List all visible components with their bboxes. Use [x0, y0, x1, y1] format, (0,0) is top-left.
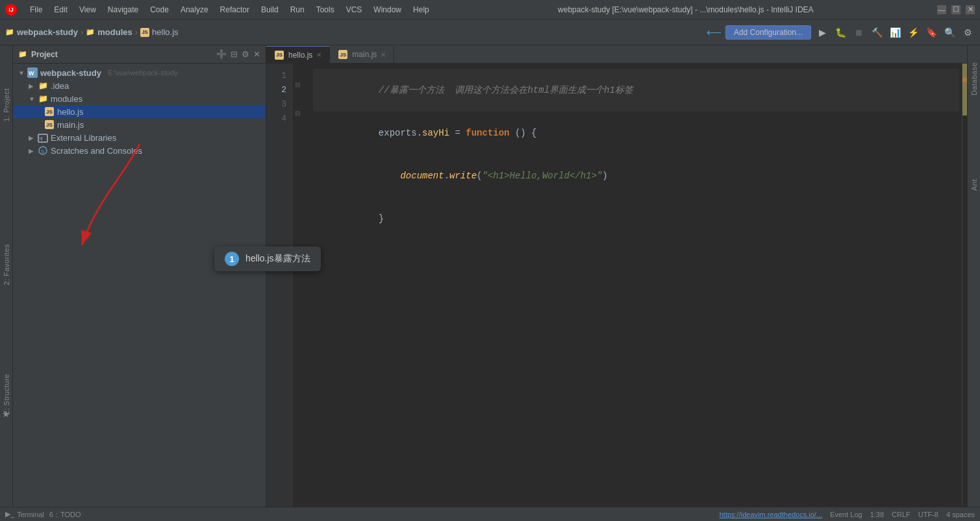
event-log-label[interactable]: Event Log — [830, 511, 862, 518]
project-header-icon: 📁 — [18, 50, 27, 58]
line-numbers: 1 2 3 4 — [266, 64, 292, 507]
tree-main-name: main.js — [57, 120, 84, 130]
menu-window[interactable]: Window — [368, 4, 407, 16]
maximize-button[interactable]: ☐ — [951, 5, 961, 14]
svg-text:S: S — [41, 149, 44, 154]
code-line-3: document.write("<h1>Hello,World</h1>") — [313, 154, 959, 197]
code-editor[interactable]: 1 2 3 4 ⊟ ⊟ //暴露一个方法 调用这个方法会在html界面生成一个h… — [266, 64, 967, 507]
menu-file[interactable]: File — [25, 4, 47, 16]
code-exports: exports. — [379, 128, 422, 138]
menu-help[interactable]: Help — [408, 4, 434, 16]
tab-main-close[interactable]: ✕ — [381, 51, 386, 58]
minimap-indicator — [962, 78, 967, 82]
tree-scratch-name: Scratches and Consoles — [51, 146, 142, 156]
find-button[interactable]: 🔍 — [942, 25, 957, 40]
breadcrumb-modules[interactable]: modules — [97, 27, 132, 37]
menu-navigate[interactable]: Navigate — [103, 4, 144, 16]
code-function: function — [466, 128, 509, 138]
code-line-2: exports.sayHi = function () { — [313, 112, 959, 154]
terminal-button[interactable]: ▶_ Terminal — [5, 510, 44, 518]
code-line-4: } — [313, 197, 959, 240]
profile-button[interactable]: ⚡ — [906, 25, 920, 40]
add-configuration-button[interactable]: Add Configuration... — [725, 25, 811, 40]
tree-scratch-arrow: ▶ — [29, 147, 35, 154]
tree-root-arrow: ▼ — [18, 69, 25, 77]
project-panel-header: 📁 Project ➕ ⊟ ⚙ ✕ — [13, 45, 266, 64]
project-panel-label[interactable]: 1: Project — [1, 84, 12, 125]
idea-vim-link[interactable]: https://ideavim.readthedocs.io/... — [720, 511, 822, 518]
project-tree: ▼ W webpack-study E:\vue\webpack-study ▶… — [13, 64, 266, 507]
database-panel-label[interactable]: Database — [969, 58, 979, 99]
code-gutter: ⊟ ⊟ — [292, 64, 305, 507]
panel-close-icon[interactable]: ✕ — [253, 49, 260, 59]
settings-icon[interactable]: ⚙ — [242, 49, 249, 59]
tree-modules-icon: 📁 — [38, 93, 48, 104]
tree-ext-name: External Libraries — [51, 133, 116, 143]
fold-icon-2[interactable]: ⊟ — [295, 78, 300, 92]
code-content[interactable]: //暴露一个方法 调用这个方法会在html界面生成一个h1标签 exports.… — [305, 64, 967, 507]
fold-icon-4[interactable]: ⊟ — [295, 106, 300, 121]
line-num-4: 4 — [266, 112, 286, 126]
status-bar-right: https://ideavim.readthedocs.io/... Event… — [720, 511, 975, 518]
code-write: write — [449, 171, 477, 181]
breadcrumb-file[interactable]: hello.js — [152, 27, 178, 37]
settings-button[interactable]: ⚙ — [961, 25, 975, 40]
terminal-icon: ▶_ — [5, 510, 14, 518]
coverage-button[interactable]: 📊 — [888, 25, 902, 40]
tree-idea-name: .idea — [51, 81, 69, 91]
svg-text:|||: ||| — [40, 136, 43, 140]
menu-build[interactable]: Build — [256, 4, 284, 16]
tree-scratch-icon: S — [38, 145, 48, 156]
new-file-icon[interactable]: ➕ — [216, 49, 227, 59]
tree-root-icon: W — [27, 67, 38, 78]
build-button[interactable]: 🔨 — [870, 25, 884, 40]
code-line-1: //暴露一个方法 调用这个方法会在html界面生成一个h1标签 — [313, 69, 959, 112]
tree-scratches[interactable]: ▶ S Scratches and Consoles — [13, 144, 266, 157]
tree-modules-name: modules — [51, 94, 82, 104]
tree-root-name: webpack-study — [40, 68, 101, 78]
tree-idea-arrow: ▶ — [29, 82, 35, 90]
tree-idea-icon: 📁 — [38, 80, 48, 91]
menu-view[interactable]: View — [74, 4, 101, 16]
breadcrumb-project[interactable]: webpack-study — [17, 27, 78, 37]
code-indent-3 — [379, 171, 401, 181]
menu-code[interactable]: Code — [145, 4, 174, 16]
menu-vcs[interactable]: VCS — [341, 4, 368, 16]
tree-hello-icon: JS — [44, 106, 55, 117]
status-indent: 4 spaces — [946, 511, 975, 518]
favorites-panel-label[interactable]: 2: Favorites — [1, 240, 12, 289]
status-position: 1:38 — [870, 511, 884, 518]
tab-main-js[interactable]: JS main.js ✕ — [330, 46, 394, 63]
minimize-button[interactable]: — — [937, 5, 946, 14]
tree-modules[interactable]: ▼ 📁 modules — [13, 92, 266, 105]
code-document: document — [400, 171, 444, 181]
tree-idea[interactable]: ▶ 📁 .idea — [13, 79, 266, 92]
stop-button[interactable]: ⏹ — [851, 25, 866, 40]
menu-run[interactable]: Run — [285, 4, 310, 16]
debug-button[interactable]: 🐛 — [833, 25, 848, 40]
close-button[interactable]: ✕ — [966, 5, 975, 14]
menu-tools[interactable]: Tools — [311, 4, 340, 16]
menu-edit[interactable]: Edit — [49, 4, 73, 16]
bookmark-button[interactable]: 🔖 — [924, 25, 938, 40]
tree-hello-js[interactable]: JS hello.js — [13, 105, 266, 118]
tab-hello-close[interactable]: ✕ — [316, 51, 321, 58]
modules-folder-icon: 📁 — [86, 28, 95, 36]
menu-refactor[interactable]: Refactor — [215, 4, 255, 16]
status-crlf: CRLF — [892, 511, 911, 518]
ant-panel-label[interactable]: Ant — [969, 175, 979, 195]
status-bar: ▶_ Terminal 6: TODO https://ideavim.read… — [0, 507, 980, 521]
run-button[interactable]: ▶ — [815, 25, 829, 40]
minimap-scrollbar[interactable] — [962, 64, 967, 507]
collapse-all-icon[interactable]: ⊟ — [231, 49, 238, 59]
minimap-highlight — [962, 64, 967, 115]
todo-button[interactable]: 6: TODO — [49, 511, 81, 518]
tree-external-libs[interactable]: ▶ ||| External Libraries — [13, 131, 266, 144]
tree-root[interactable]: ▼ W webpack-study E:\vue\webpack-study — [13, 66, 266, 79]
tab-hello-js[interactable]: JS hello.js ✕ — [266, 46, 330, 63]
menu-analyze[interactable]: Analyze — [175, 4, 214, 16]
code-params: () { — [510, 128, 537, 138]
tree-ext-arrow: ▶ — [29, 134, 35, 141]
tree-main-js[interactable]: JS main.js — [13, 118, 266, 131]
nav-back-icon[interactable]: ⟵ — [707, 26, 722, 38]
